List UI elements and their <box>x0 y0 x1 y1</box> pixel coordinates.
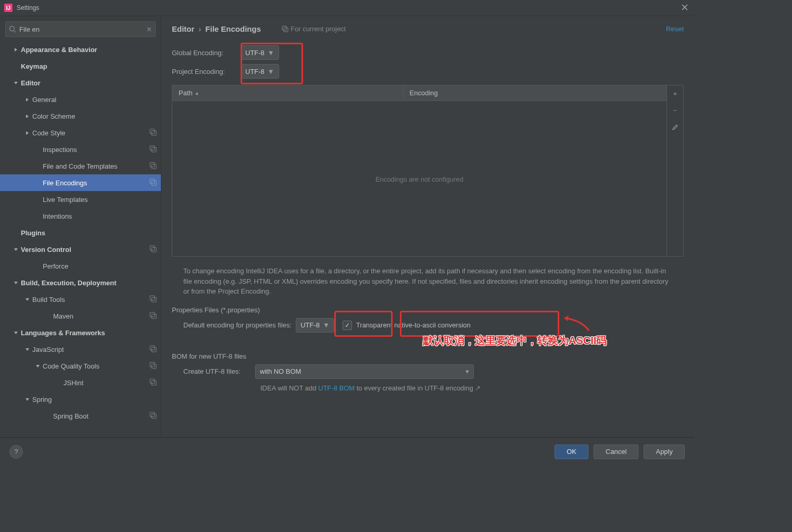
chevron-icon <box>25 97 30 102</box>
add-button[interactable]: ＋ <box>667 85 683 102</box>
chevron-icon <box>14 81 18 85</box>
sidebar-item-appearance-behavior[interactable]: Appearance & Behavior <box>0 41 161 58</box>
sidebar-item-label: Spring Boot <box>53 412 149 420</box>
sidebar-item-spring[interactable]: Spring <box>0 391 161 408</box>
reset-link[interactable]: Reset <box>666 25 684 33</box>
utf8-bom-link[interactable]: UTF-8 BOM <box>318 384 355 392</box>
app-icon: IJ <box>4 4 12 12</box>
apply-button[interactable]: Apply <box>644 445 685 459</box>
sidebar-item-label: Version Control <box>21 246 149 254</box>
sidebar-item-perforce[interactable]: Perforce <box>0 258 161 274</box>
help-button[interactable]: ? <box>9 445 23 459</box>
sort-asc-icon: ▲ <box>195 91 199 96</box>
clear-search-icon[interactable]: ✕ <box>146 26 152 33</box>
svg-rect-7 <box>150 179 155 184</box>
sidebar-item-label: Plugins <box>21 229 157 237</box>
sidebar-item-keymap[interactable]: Keymap <box>0 58 161 74</box>
sidebar-item-version-control[interactable]: Version Control <box>0 241 161 258</box>
svg-rect-17 <box>150 362 155 367</box>
properties-encoding-dropdown[interactable]: UTF-8 ▼ <box>296 318 334 333</box>
encoding-table: Path▲ Encoding ＋ Encodings are not confi… <box>172 85 684 257</box>
project-scope-icon <box>149 179 157 187</box>
sidebar-item-label: File Encodings <box>43 179 149 187</box>
sidebar-item-spring-boot[interactable]: Spring Boot <box>0 408 161 424</box>
column-path[interactable]: Path▲ <box>172 85 404 100</box>
search-icon <box>9 26 16 33</box>
external-link-icon: ↗ <box>475 384 481 392</box>
svg-rect-13 <box>150 312 155 317</box>
sidebar-item-code-style[interactable]: Code Style <box>0 124 161 141</box>
svg-rect-11 <box>150 296 155 300</box>
window-title: Settings <box>17 4 39 11</box>
bom-note: IDEA will NOT add UTF-8 BOM to every cre… <box>260 384 684 392</box>
sidebar-item-label: Spring <box>32 396 157 403</box>
svg-rect-5 <box>150 162 155 167</box>
help-text: To change encoding IntelliJ IDEA uses fo… <box>183 266 673 297</box>
settings-tree: Appearance & BehaviorKeymapEditorGeneral… <box>0 40 161 437</box>
sidebar-item-languages-frameworks[interactable]: Languages & Frameworks <box>0 324 161 341</box>
annotation-arrow <box>560 315 592 336</box>
svg-rect-19 <box>150 379 155 384</box>
breadcrumb-parent[interactable]: Editor <box>172 24 194 33</box>
sidebar-item-build-execution-deployment[interactable]: Build, Execution, Deployment <box>0 274 161 291</box>
sidebar-item-live-templates[interactable]: Live Templates <box>0 191 161 208</box>
close-button[interactable] <box>680 2 690 12</box>
sidebar-item-label: Build Tools <box>32 296 149 303</box>
sidebar-item-label: Color Scheme <box>32 112 157 120</box>
cancel-button[interactable]: Cancel <box>594 445 638 459</box>
svg-rect-3 <box>150 146 155 150</box>
sidebar-item-general[interactable]: General <box>0 91 161 108</box>
sidebar-item-editor[interactable]: Editor <box>0 74 161 91</box>
project-scope-icon <box>149 295 157 304</box>
sidebar-item-intentions[interactable]: Intentions <box>0 208 161 224</box>
sidebar-item-plugins[interactable]: Plugins <box>0 224 161 241</box>
copy-icon <box>282 26 288 32</box>
breadcrumb-current: File Encodings <box>205 24 261 33</box>
search-box[interactable]: ✕ <box>5 21 156 37</box>
sidebar-item-label: Intentions <box>43 212 157 220</box>
footer: ? OK Cancel Apply <box>0 437 694 465</box>
column-encoding[interactable]: Encoding <box>404 85 667 100</box>
chevron-icon <box>25 114 30 119</box>
project-scope-icon <box>149 312 157 321</box>
chevron-down-icon: ▼ <box>268 68 274 75</box>
sidebar-item-file-encodings[interactable]: File Encodings <box>0 174 161 191</box>
sidebar-item-jshint[interactable]: JSHint <box>0 374 161 391</box>
sidebar-item-label: Appearance & Behavior <box>21 46 157 54</box>
svg-rect-10 <box>152 247 156 252</box>
sidebar-item-label: General <box>32 96 157 104</box>
sidebar-item-label: JSHint <box>64 379 149 387</box>
sidebar-item-maven[interactable]: Maven <box>0 308 161 324</box>
sidebar-item-label: JavaScript <box>32 346 149 353</box>
sidebar-item-javascript[interactable]: JavaScript <box>0 341 161 358</box>
sidebar-item-inspections[interactable]: Inspections <box>0 141 161 158</box>
titlebar: IJ Settings <box>0 0 694 16</box>
global-encoding-dropdown[interactable]: UTF-8 ▼ <box>241 45 279 60</box>
create-utf8-label: Create UTF-8 files: <box>183 368 251 375</box>
remove-button[interactable]: － <box>667 102 683 119</box>
svg-rect-6 <box>152 164 156 169</box>
sidebar-item-label: Languages & Frameworks <box>21 329 157 337</box>
chevron-icon <box>25 397 30 402</box>
sidebar-item-label: Editor <box>21 79 157 87</box>
svg-rect-22 <box>152 414 156 419</box>
chevron-icon <box>25 347 30 352</box>
sidebar-item-build-tools[interactable]: Build Tools <box>0 291 161 308</box>
search-input[interactable] <box>19 26 146 33</box>
sidebar-item-color-scheme[interactable]: Color Scheme <box>0 108 161 124</box>
svg-rect-23 <box>282 26 286 30</box>
sidebar-item-code-quality-tools[interactable]: Code Quality Tools <box>0 358 161 374</box>
sidebar-item-label: Code Style <box>32 129 149 137</box>
ok-button[interactable]: OK <box>555 445 588 459</box>
sidebar-item-label: Keymap <box>21 62 157 70</box>
global-encoding-label: Global Encoding: <box>172 49 241 57</box>
for-current-project: For current project <box>282 25 346 33</box>
create-utf8-dropdown[interactable]: with NO BOM ▾ <box>255 364 474 379</box>
sidebar-item-label: Perforce <box>43 262 157 270</box>
project-scope-icon <box>149 378 157 387</box>
transparent-ascii-checkbox[interactable] <box>343 321 352 330</box>
edit-button[interactable] <box>667 119 683 135</box>
project-encoding-dropdown[interactable]: UTF-8 ▼ <box>241 64 279 79</box>
sidebar-item-file-and-code-templates[interactable]: File and Code Templates <box>0 158 161 174</box>
svg-rect-12 <box>152 297 156 302</box>
